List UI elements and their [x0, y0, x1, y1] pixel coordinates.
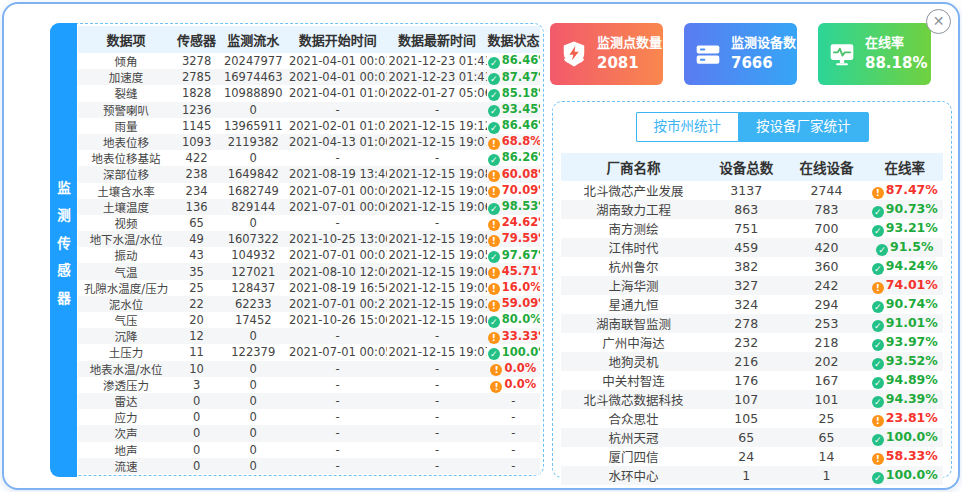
vendor-table-row: 厦门四信2414!58.33%: [561, 447, 943, 466]
status-cell: !79.59%: [487, 231, 540, 247]
table-cell: 242: [786, 276, 866, 295]
sensor-table-row: 孔隙水温度/压力251284372021-08-19 16:502021-12-…: [78, 280, 541, 296]
table-cell: 水环中心: [561, 466, 706, 485]
sensor-table-row: 地声00---: [78, 442, 541, 458]
table-cell: 上海华测: [561, 276, 706, 295]
table-cell: 234: [175, 183, 219, 199]
table-cell: -: [288, 150, 387, 166]
table-cell: 14: [786, 447, 866, 466]
table-cell: 863: [706, 200, 786, 219]
table-cell: 裂缝: [78, 85, 175, 101]
status-cell: ✓100.0%: [487, 344, 540, 360]
table-cell: 2021-07-01 00:01: [288, 247, 387, 263]
table-cell: 气温: [78, 263, 175, 279]
monitor-pulse-icon: [828, 40, 856, 68]
table-cell: 13965911: [219, 118, 288, 134]
status-percent: 90.74%: [886, 296, 938, 311]
table-cell: 107: [706, 390, 786, 409]
table-cell: 星通九恒: [561, 295, 706, 314]
check-circle-icon: ✓: [872, 377, 884, 389]
table-cell: 1145: [175, 118, 219, 134]
warn-circle-icon: !: [488, 138, 500, 150]
table-cell: 2021-12-23 01:41: [387, 53, 486, 69]
vendor-table-row: 合众思壮10525!23.81%: [561, 409, 943, 428]
tab-by-manufacturer[interactable]: 按设备厂家统计: [738, 112, 869, 142]
table-cell: 127021: [219, 263, 288, 279]
table-cell: 25: [786, 409, 866, 428]
warn-circle-icon: !: [488, 300, 500, 312]
table-cell: 0: [175, 425, 219, 441]
table-cell: 广州中海达: [561, 333, 706, 352]
table-cell: 422: [175, 150, 219, 166]
status-cell: !0.0%: [487, 361, 540, 377]
table-cell: 1828: [175, 85, 219, 101]
table-cell: 104932: [219, 247, 288, 263]
table-cell: 视频: [78, 215, 175, 231]
table-cell: -: [288, 377, 387, 393]
tab-by-city[interactable]: 按市州统计: [636, 112, 739, 142]
sensor-panel-title: 监测传感器: [53, 181, 73, 319]
table-cell: 360: [786, 257, 866, 276]
table-cell: 1649842: [219, 166, 288, 182]
vendor-table-row: 星通九恒324294✓90.74%: [561, 295, 943, 314]
table-cell: 459: [706, 238, 786, 257]
table-cell: 江伟时代: [561, 238, 706, 257]
close-icon[interactable]: ✕: [926, 9, 951, 34]
table-cell: 17452: [219, 312, 288, 328]
table-cell: 2021-12-15 19:12: [387, 118, 486, 134]
table-cell: 渗透压力: [78, 377, 175, 393]
table-cell: -: [387, 361, 486, 377]
status-cell: !58.33%: [867, 447, 943, 466]
table-cell: 南方测绘: [561, 219, 706, 238]
table-cell: 2021-12-15 19:07: [387, 344, 486, 360]
table-cell: 176: [706, 371, 786, 390]
shield-bolt-icon: [560, 40, 588, 68]
check-circle-icon: ✓: [488, 57, 500, 69]
status-percent: 97.67%: [502, 248, 540, 262]
stat-card-label: 监测点数量: [597, 34, 662, 53]
col-header-device-online: 在线设备: [786, 153, 866, 181]
table-cell: 0: [219, 393, 288, 409]
status-cell: ✓93.45%: [487, 102, 540, 118]
table-cell: 2021-07-01 00:00: [288, 183, 387, 199]
col-header-flow: 监测流水: [219, 26, 288, 53]
table-cell: 2021-04-01 01:00: [288, 85, 387, 101]
col-header-start-time: 数据开始时间: [288, 26, 387, 53]
table-cell: 278: [706, 314, 786, 333]
status-percent: 85.18%: [502, 86, 540, 100]
status-cell: !74.01%: [867, 276, 943, 295]
status-cell: ✓80.0%: [487, 312, 540, 328]
sensor-table-row: 沉降120--!33.33%: [78, 328, 541, 344]
table-cell: 沉降: [78, 328, 175, 344]
stat-card-value: 7666: [731, 53, 796, 75]
table-cell: 0: [219, 102, 288, 118]
vendor-table-row: 湖南联智监测278253✓91.01%: [561, 314, 943, 333]
status-cell: !68.8%: [487, 134, 540, 150]
col-header-online-rate: 在线率: [867, 153, 943, 181]
status-percent: 98.53%: [502, 199, 540, 213]
table-cell: 0: [219, 409, 288, 425]
sensor-table-row: 次声00---: [78, 425, 541, 441]
table-cell: 202: [786, 352, 866, 371]
table-cell: -: [387, 215, 486, 231]
status-percent: 33.33%: [502, 329, 540, 343]
table-cell: 49: [175, 231, 219, 247]
table-cell: 1607322: [219, 231, 288, 247]
status-percent: 100.0%: [886, 429, 938, 444]
warn-circle-icon: !: [488, 283, 500, 295]
table-cell: 3137: [706, 181, 786, 200]
stats-tabs: 按市州统计 按设备厂家统计: [561, 112, 943, 142]
status-percent: 94.89%: [886, 372, 938, 387]
table-cell: 700: [786, 219, 866, 238]
sensor-table-row: 气温351270212021-08-10 12:002021-12-15 19:…: [78, 263, 541, 279]
table-cell: 167: [786, 371, 866, 390]
status-cell: -: [487, 425, 540, 441]
vendor-table-header-row: 厂商名称 设备总数 在线设备 在线率: [561, 153, 943, 181]
status-cell: ✓100.0%: [867, 466, 943, 485]
status-percent: 100.0%: [886, 467, 938, 482]
check-circle-icon: ✓: [872, 339, 884, 351]
vendor-table-row: 广州中海达232218✓93.97%: [561, 333, 943, 352]
table-cell: -: [387, 442, 486, 458]
status-percent: 45.71%: [502, 264, 540, 278]
table-cell: 2021-12-15 19:00: [387, 263, 486, 279]
